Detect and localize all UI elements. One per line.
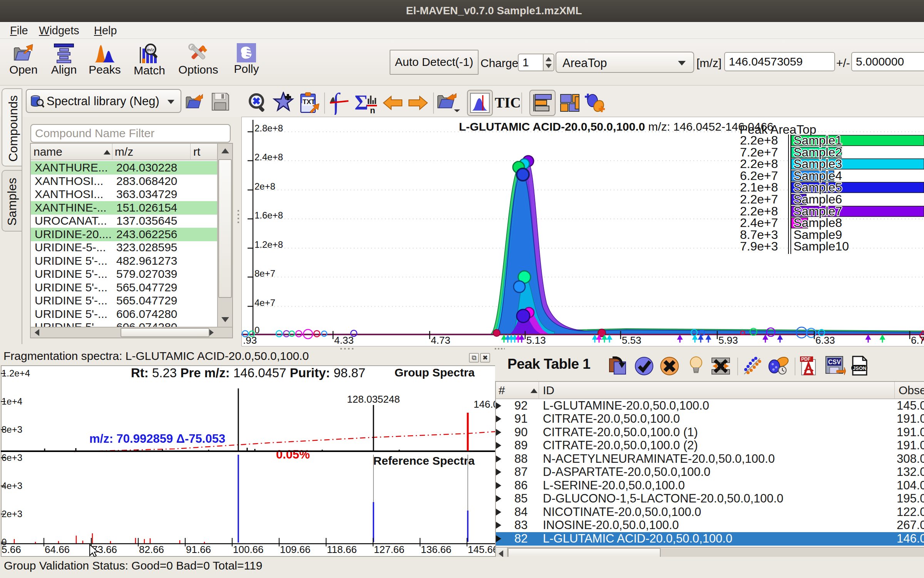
svg-text:L-GLUTAMIC ACID-20.0,50.0,100.: L-GLUTAMIC ACID-20.0,50.0,100.0 m/z: 146… [459, 120, 773, 133]
svg-text:5.53: 5.53 [622, 334, 641, 346]
svg-text:6.73: 6.73 [911, 334, 924, 346]
svg-text:2.4e+8: 2.4e+8 [254, 152, 283, 162]
svg-text:100.66: 100.66 [233, 544, 264, 555]
svg-text:1.6e+8: 1.6e+8 [254, 210, 283, 220]
svg-text:91.66: 91.66 [186, 544, 211, 555]
svg-text:8e+7: 8e+7 [254, 268, 275, 279]
svg-text:Rt: 5.23 Pre m/z: 146.0457 Pur: Rt: 5.23 Pre m/z: 146.0457 Purity: 98.87 [131, 366, 365, 380]
svg-text:0: 0 [254, 325, 259, 335]
svg-text:4.73: 4.73 [431, 334, 450, 346]
svg-text:145.66: 145.66 [468, 544, 496, 555]
svg-text:5.13: 5.13 [526, 334, 546, 346]
svg-text:.93: .93 [243, 334, 257, 346]
svg-text:7.9e+3: 7.9e+3 [740, 239, 778, 253]
svg-text:Σ: Σ [355, 92, 368, 114]
svg-text:1.2e+8: 1.2e+8 [254, 239, 283, 250]
svg-text:5.93: 5.93 [718, 334, 738, 346]
svg-text:118.66: 118.66 [327, 544, 357, 555]
svg-text:127.66: 127.66 [374, 544, 405, 555]
svg-text:2.8e+8: 2.8e+8 [254, 123, 283, 133]
svg-text:109.66: 109.66 [280, 544, 311, 555]
svg-text:TXT: TXT [303, 98, 315, 106]
svg-text:0.05%: 0.05% [276, 448, 310, 461]
svg-text:m/z: 70.992859 Δ-75.053: m/z: 70.992859 Δ-75.053 [89, 432, 225, 445]
svg-text:5.66: 5.66 [2, 544, 21, 555]
svg-text:64.66: 64.66 [45, 544, 70, 555]
svg-text:82.66: 82.66 [139, 544, 164, 555]
svg-text:4e+7: 4e+7 [254, 297, 275, 308]
svg-text:128.035248: 128.035248 [347, 393, 400, 405]
svg-text:Sample10: Sample10 [793, 239, 849, 253]
svg-text:6.33: 6.33 [815, 334, 835, 346]
svg-text:146.0457: 146.0457 [474, 398, 496, 410]
svg-text:JSON: JSON [853, 365, 866, 371]
svg-text:PDF: PDF [801, 356, 810, 362]
svg-text:Group Spectra: Group Spectra [395, 366, 475, 379]
svg-text:1.2e+4: 1.2e+4 [2, 368, 30, 378]
svg-text:n: n [370, 106, 375, 114]
svg-text:CSV: CSV [828, 359, 841, 365]
svg-text:136.66: 136.66 [421, 544, 452, 555]
svg-text:2e+8: 2e+8 [254, 181, 275, 192]
svg-text:Reference Spectra: Reference Spectra [373, 454, 475, 467]
svg-text:4.33: 4.33 [334, 334, 354, 346]
svg-text:m/z: m/z [147, 47, 154, 52]
